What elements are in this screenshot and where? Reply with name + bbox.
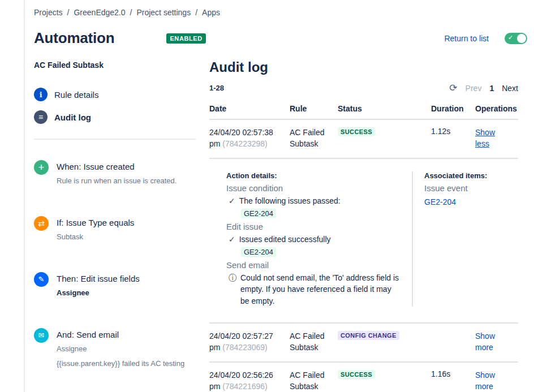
toggle-knob	[517, 34, 526, 43]
step-label: When: Issue created	[57, 160, 176, 171]
cell-date: 24/04/20 02:56:26 pm (784221696)	[209, 369, 290, 392]
chip-row: GE2-204	[241, 247, 399, 257]
divider	[34, 139, 196, 140]
step-body: Then: Edit issue fields Assignee	[57, 272, 140, 299]
sidebar-item-rule-details[interactable]: ℹ Rule details	[34, 88, 209, 101]
page-title: Automation	[34, 29, 114, 47]
sidebar-item-audit-log[interactable]: ≡ Audit log	[34, 110, 209, 124]
rule-name: AC Failed Subtask	[34, 61, 209, 70]
entry-id: (784223069)	[222, 343, 267, 352]
show-more-link[interactable]: Show more	[475, 331, 495, 352]
cell-rule: AC Failed Subtask	[290, 127, 338, 150]
table-header: Date Rule Status Duration Operations	[209, 104, 518, 120]
step-label: And: Send email	[57, 328, 184, 339]
breadcrumb-separator: /	[130, 8, 132, 17]
rule-enabled-toggle[interactable]: ✓	[505, 33, 527, 44]
col-header-date: Date	[209, 104, 290, 113]
rule-step-when[interactable]: + When: Issue created Rule is run when a…	[34, 160, 209, 187]
breadcrumb-apps[interactable]: Apps	[202, 8, 220, 17]
component-name: Send email	[226, 260, 399, 270]
associated-issue-link[interactable]: GE2-204	[424, 197, 456, 206]
component-name: Issue condition	[226, 183, 399, 193]
cell-duration: 1.12s	[431, 127, 475, 136]
refresh-icon[interactable]: ⟳	[449, 83, 457, 93]
breadcrumb-separator: /	[67, 8, 70, 17]
rule-step-and[interactable]: ✉ And: Send email Assignee {{issue.paren…	[34, 328, 209, 370]
sidebar: AC Failed Subtask ℹ Rule details ≡ Audit…	[34, 47, 209, 392]
associated-items: Associated items: Issue event GE2-204	[413, 171, 518, 307]
show-less-link[interactable]: Show less	[475, 128, 495, 148]
list-icon: ≡	[34, 110, 48, 124]
step-label: If: Issue Type equals	[57, 216, 134, 227]
associated-items-title: Associated items:	[424, 171, 518, 180]
result-line: ✓ The following issues passed:	[226, 195, 399, 206]
cell-rule: AC Failed Subtask	[290, 330, 338, 354]
result-line: ⓘ Could not send email, the 'To' address…	[226, 272, 399, 307]
issue-key-chip: GE2-204	[241, 247, 276, 257]
shuffle-icon: ⇄	[34, 216, 49, 231]
step-body: If: Issue Type equals Subtask	[57, 216, 134, 243]
col-header-duration: Duration	[431, 104, 475, 113]
step-body: When: Issue created Rule is run when an …	[57, 160, 176, 187]
check-icon: ✓	[229, 234, 235, 245]
entry-id: (784221696)	[222, 382, 267, 391]
action-details-title: Action details:	[226, 171, 399, 180]
associated-item-type: Issue event	[424, 183, 518, 193]
table-row: 24/04/20 02:57:27 pm (784223069) AC Fail…	[209, 324, 518, 363]
enabled-badge: ENABLED	[166, 33, 205, 44]
check-icon: ✓	[229, 195, 235, 206]
nav-label: Rule details	[54, 90, 98, 100]
check-icon: ✓	[508, 34, 513, 41]
breadcrumb-project-settings[interactable]: Project settings	[136, 8, 191, 17]
col-header-status: Status	[338, 104, 431, 113]
prev-button[interactable]: Prev	[466, 84, 482, 93]
rule-step-then[interactable]: ✎ Then: Edit issue fields Assignee	[34, 272, 209, 299]
return-to-list-link[interactable]: Return to list	[444, 34, 489, 43]
results-bar: 1-28 ⟳ Prev 1 Next	[209, 83, 518, 93]
step-label: Then: Edit issue fields	[57, 272, 140, 283]
pagination: ⟳ Prev 1 Next	[449, 83, 518, 93]
issue-key-chip: GE2-204	[241, 209, 276, 218]
breadcrumb-separator: /	[195, 8, 197, 17]
step-desc: Assignee	[57, 344, 184, 355]
breadcrumb-project[interactable]: GreenEdge2.0	[74, 8, 125, 17]
info-icon: ⓘ	[229, 272, 236, 307]
cell-operations: Show less	[475, 127, 502, 150]
entry-id: (784223298)	[222, 139, 267, 148]
pencil-icon: ✎	[34, 272, 49, 287]
cell-status: SUCCESS	[338, 127, 431, 136]
step-desc: Rule is run when an issue is created.	[57, 176, 176, 187]
status-badge: CONFIG CHANGE	[338, 331, 399, 340]
content: AC Failed Subtask ℹ Rule details ≡ Audit…	[34, 47, 534, 392]
result-line: ✓ Issues edited successfully	[226, 234, 399, 245]
current-page[interactable]: 1	[489, 84, 494, 93]
step-desc: Assignee	[57, 288, 140, 299]
cell-status: CONFIG CHANGE	[338, 330, 431, 340]
nav-label: Audit log	[54, 113, 91, 122]
result-text: The following issues passed:	[239, 195, 341, 206]
breadcrumb-projects[interactable]: Projects	[34, 8, 63, 17]
plus-icon: +	[34, 160, 49, 175]
cell-status: SUCCESS	[338, 369, 431, 379]
col-header-rule: Rule	[290, 104, 338, 113]
action-details: Action details: Issue condition ✓ The fo…	[226, 171, 412, 307]
page: Projects / GreenEdge2.0 / Project settin…	[24, 0, 534, 392]
rule-step-if[interactable]: ⇄ If: Issue Type equals Subtask	[34, 216, 209, 243]
next-button[interactable]: Next	[502, 84, 518, 93]
step-desc: {{issue.parent.key}} failed its AC testi…	[57, 359, 184, 369]
cell-date: 24/04/20 02:57:27 pm (784223069)	[209, 330, 290, 354]
cell-rule: AC Failed Subtask	[290, 369, 338, 392]
cell-date: 24/04/20 02:57:38 pm (784223298)	[209, 127, 290, 150]
cell-duration: 1.16s	[431, 369, 475, 378]
col-header-operations: Operations	[475, 104, 518, 113]
status-badge: SUCCESS	[338, 127, 375, 136]
show-more-link[interactable]: Show more	[475, 371, 495, 391]
result-range: 1-28	[209, 84, 224, 92]
table-row: 24/04/20 02:57:38 pm (784223298) AC Fail…	[209, 120, 518, 159]
email-icon: ✉	[34, 328, 49, 343]
info-icon: ℹ	[34, 88, 48, 101]
cell-operations: Show more	[475, 330, 502, 354]
step-body: And: Send email Assignee {{issue.parent.…	[57, 328, 184, 370]
breadcrumb: Projects / GreenEdge2.0 / Project settin…	[34, 8, 534, 17]
chip-row: GE2-204	[241, 209, 399, 218]
